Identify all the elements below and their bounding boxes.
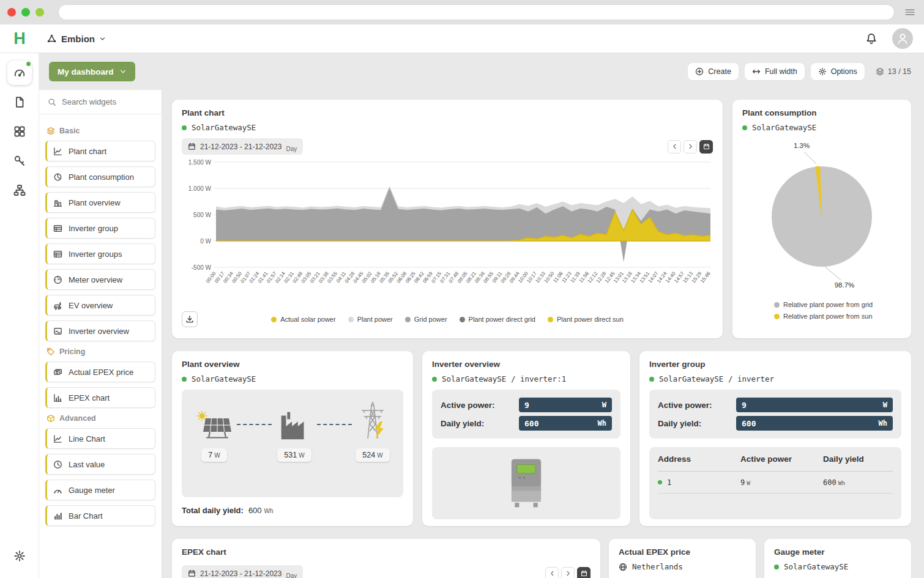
table-row[interactable]: 1 9W 600Wh	[658, 472, 893, 494]
rail-item-dashboard[interactable]	[7, 61, 32, 85]
inverter-group-card: Inverter group SolarGatewaySE / inverter…	[639, 351, 911, 526]
pie-label-sun: 1.3%	[788, 142, 815, 149]
meter-icon	[53, 275, 62, 284]
grid-tower-icon	[356, 401, 390, 441]
widget-item-epex-chart[interactable]: EPEX chart	[45, 387, 155, 408]
window-close-button[interactable]	[7, 8, 16, 17]
table-header-address: Address	[658, 454, 740, 464]
widget-item-line-chart[interactable]: Line Chart	[45, 428, 155, 449]
org-switcher[interactable]: Embion	[47, 34, 106, 44]
cell-active-power: 9	[740, 478, 745, 487]
pie-chart[interactable]	[742, 136, 901, 294]
status-dot	[182, 125, 187, 130]
device-name: SolarGatewaySE	[192, 374, 256, 383]
url-bar[interactable]	[58, 4, 895, 20]
inverter-image-panel	[432, 447, 620, 519]
rail-item-settings[interactable]	[7, 544, 32, 568]
widget-item-label: Gauge meter	[69, 486, 115, 495]
calendar-button[interactable]	[577, 567, 591, 578]
card-title: EPEX chart	[182, 547, 591, 557]
widget-item-actual-epex-price[interactable]: Actual EPEX price	[45, 361, 155, 382]
next-period-button[interactable]	[684, 140, 697, 154]
plant-power-value: 531	[284, 451, 297, 459]
bell-icon[interactable]	[865, 32, 877, 45]
inverter-values-panel: Active power: 9 W Daily yield: 600	[432, 390, 620, 439]
full-width-button[interactable]: Full width	[745, 63, 805, 80]
gauge-meter-card: Gauge meter SolarGatewaySE	[764, 539, 911, 578]
active-power-unit: W	[883, 401, 887, 409]
rail-item-access[interactable]	[7, 149, 32, 173]
window-maximize-button[interactable]	[35, 8, 44, 17]
table-icon	[53, 250, 62, 259]
date-range-picker[interactable]: 21-12-2023 - 21-12-2023 Day	[182, 565, 303, 578]
widget-item-inverter-groups[interactable]: Inverter groups	[45, 243, 155, 264]
next-period-button[interactable]	[561, 567, 575, 578]
date-range-picker[interactable]: 21-12-2023 - 21-12-2023 Day	[182, 138, 303, 155]
widget-item-plant-overview[interactable]: Plant overview	[45, 192, 155, 213]
app-header: H Embion	[0, 24, 924, 53]
daily-yield-badge: 600 Wh	[519, 416, 612, 431]
consumption-pie[interactable]: 1.3% 98.7%	[742, 136, 901, 294]
factory-icon	[275, 401, 313, 441]
sidebar-section-advanced[interactable]: Advanced	[47, 414, 154, 423]
cell-address: 1	[667, 478, 671, 487]
widget-item-ev-overview[interactable]: EV overview	[45, 295, 155, 316]
actual-epex-price-card: Actual EPEX price Netherlands	[609, 539, 756, 578]
date-range-label: 21-12-2023 - 21-12-2023	[200, 569, 281, 578]
download-button[interactable]	[182, 311, 198, 327]
widget-item-gauge-meter[interactable]: Gauge meter	[45, 480, 155, 500]
card-title: Gauge meter	[774, 547, 901, 557]
widget-item-last-value[interactable]: Last value	[45, 454, 155, 475]
dashboard-selector-label: My dashboard	[58, 67, 114, 76]
prev-period-button[interactable]	[545, 567, 559, 578]
date-range-label: 21-12-2023 - 21-12-2023	[200, 143, 281, 151]
options-label: Options	[831, 67, 857, 76]
create-button[interactable]: Create	[688, 63, 739, 80]
line-chart-icon	[53, 434, 62, 443]
total-daily-yield-unit: Wh	[264, 508, 274, 514]
svg-text:15:46: 15:46	[699, 270, 712, 284]
options-button[interactable]: Options	[811, 63, 865, 80]
widget-item-plant-chart[interactable]: Plant chart	[45, 141, 155, 161]
widget-item-plant-consumption[interactable]: Plant consumption	[45, 166, 155, 187]
widget-item-label: Inverter groups	[69, 250, 122, 259]
sidebar-section-pricing[interactable]: Pricing	[47, 347, 154, 356]
avatar[interactable]	[892, 28, 913, 49]
rail-item-hierarchy[interactable]	[7, 178, 32, 202]
active-power-value: 9	[524, 401, 529, 410]
sidebar-section-basic[interactable]: Basic	[47, 127, 154, 135]
hub-icon	[47, 34, 57, 44]
range-mode-label: Day	[286, 572, 297, 578]
active-power-badge: 9 W	[736, 398, 893, 412]
flow-connector	[237, 424, 272, 425]
widget-item-inverter-group[interactable]: Inverter group	[45, 218, 155, 239]
calendar-button[interactable]	[699, 140, 713, 154]
download-icon	[185, 315, 194, 324]
dashboard-selector-button[interactable]: My dashboard	[49, 62, 135, 81]
plant-chart-plot[interactable]: 1.500 W1.000 W500 W0 W-500 W00:0000:1700…	[182, 156, 713, 303]
search-input[interactable]	[62, 97, 147, 106]
card-title: Plant chart	[182, 108, 713, 117]
inverter-table: Address Active power Daily yield 1	[649, 447, 901, 519]
menu-icon[interactable]	[904, 7, 915, 18]
solar-power-chip: 7W	[201, 448, 226, 462]
device-name: SolarGatewaySE	[192, 123, 256, 132]
widget-item-label: Inverter group	[69, 224, 118, 233]
legend-item: Relative plant power from grid	[774, 301, 873, 308]
widget-item-meter-overview[interactable]: Meter overview	[45, 269, 155, 290]
rail-item-apps[interactable]	[7, 119, 32, 144]
plant-consumption-card: Plant consumption SolarGatewaySE 1.3% 98…	[732, 100, 911, 338]
widget-item-inverter-overview[interactable]: Inverter overview	[45, 320, 155, 341]
window-minimize-button[interactable]	[21, 8, 30, 17]
plant-power-unit: W	[299, 452, 304, 459]
daily-yield-value: 600	[742, 419, 756, 428]
legend-item: Actual solar power	[271, 316, 336, 323]
widget-item-bar-chart[interactable]: Bar Chart	[45, 505, 155, 526]
app-logo[interactable]: H	[0, 29, 39, 48]
chevron-down-icon	[99, 35, 106, 42]
table-header-active-power: Active power	[740, 454, 823, 464]
prev-period-button[interactable]	[668, 140, 681, 154]
rail-item-documents[interactable]	[7, 90, 32, 114]
svg-text:-500 W: -500 W	[192, 264, 212, 271]
layers-icon	[876, 67, 884, 76]
